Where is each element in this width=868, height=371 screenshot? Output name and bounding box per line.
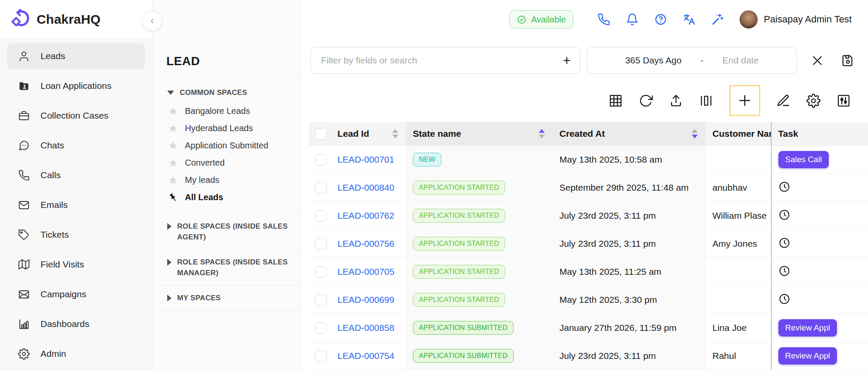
task-button[interactable]: Sales Call [778,151,829,168]
sidebar-item-field-visits[interactable]: Field Visits [7,252,145,277]
sidebar: ChakraHQ Leads Loan Applications Collect… [0,0,153,371]
created-at-cell: January 27th 2026, 11:59 pm [553,314,706,342]
created-at-cell: September 29th 2025, 11:48 am [553,174,706,202]
date-separator: - [700,55,703,66]
row-checkbox[interactable] [315,210,327,222]
task-cell [771,174,868,202]
clock-icon[interactable] [778,209,790,221]
space-item-hyderabad-leads[interactable]: Hyderabad Leads [153,119,300,137]
clock-icon[interactable] [778,293,790,305]
clock-icon[interactable] [778,181,790,193]
select-all-header [309,122,331,146]
created-at-cell: July 23rd 2025, 3:11 pm [553,230,706,258]
table-row: LEAD-000858 APPLICATION SUBMITTED Januar… [309,314,868,342]
space-item-all-leads[interactable]: All Leads [153,189,300,206]
sidebar-item-tickets[interactable]: Tickets [7,222,145,248]
lead-id-cell: LEAD-000705 [331,258,406,286]
user-menu[interactable]: Paisapay Admin Test [740,10,852,28]
section-role-spaces-manager[interactable]: ROLE SPACES (INSIDE SALES MANAGER) [153,250,300,286]
row-checkbox[interactable] [315,350,327,362]
availability-badge[interactable]: Available [509,10,573,28]
filter-row: + 365 Days Ago - End date [310,47,868,74]
column-header-customer-name[interactable]: Customer Name [706,122,771,146]
lead-id-link[interactable]: LEAD-000762 [337,211,394,220]
sort-icon[interactable] [392,129,398,138]
space-item-application-submitted[interactable]: Application Submitted [153,137,300,154]
space-item-bangalore-leads[interactable]: Bangalore Leads [153,102,300,119]
clear-filters-icon[interactable] [811,54,824,67]
space-item-my-leads[interactable]: My leads [153,171,300,189]
row-checkbox[interactable] [315,322,327,334]
clock-icon[interactable] [778,265,790,277]
row-select-cell [309,258,331,286]
sidebar-item-label: Calls [41,170,61,180]
date-end-placeholder[interactable]: End date [722,55,759,66]
avatar[interactable] [740,10,758,28]
translate-icon[interactable] [683,13,696,26]
space-item-converted[interactable]: Converted [153,154,300,171]
task-button[interactable]: Review Appl [778,347,837,365]
lead-id-link[interactable]: LEAD-000701 [337,154,394,164]
folder-user-icon [18,80,30,92]
lead-id-link[interactable]: LEAD-000705 [337,267,394,277]
sort-icon[interactable] [539,129,545,138]
edit-icon[interactable] [776,94,790,108]
date-start-value[interactable]: 365 Days Ago [625,55,682,66]
gear-icon[interactable] [806,94,821,108]
star-icon [168,175,178,185]
sort-icon[interactable] [692,129,698,138]
row-select-cell [309,174,331,202]
sidebar-item-loan-applications[interactable]: Loan Applications [7,73,145,99]
spaces-panel-header: LEAD [153,0,300,77]
row-checkbox[interactable] [315,266,327,278]
clock-icon[interactable] [778,237,790,249]
search-input[interactable] [320,55,563,66]
select-all-checkbox[interactable] [315,128,327,140]
filter-search-box[interactable]: + [310,47,581,74]
task-button[interactable]: Review Appl [778,319,837,336]
sidebar-item-emails[interactable]: Emails [7,192,145,218]
save-view-icon[interactable] [841,54,855,67]
date-range-picker[interactable]: 365 Days Ago - End date [587,47,797,74]
sidebar-item-campaigns[interactable]: Campaigns [7,281,145,307]
sidebar-item-admin[interactable]: Admin [7,341,145,367]
sliders-icon[interactable] [837,94,851,108]
sidebar-item-label: Admin [41,349,66,359]
bell-icon[interactable] [626,13,639,26]
column-header-state-name[interactable]: State name [406,122,553,146]
person-icon [18,50,30,62]
section-my-spaces[interactable]: MY SPACES [153,286,300,311]
magic-wand-icon[interactable] [711,13,724,26]
column-header-lead-id[interactable]: Lead Id [331,122,406,146]
section-role-spaces-agent[interactable]: ROLE SPACES (INSIDE SALES AGENT) [153,214,300,250]
lead-id-link[interactable]: LEAD-000699 [337,295,394,305]
state-badge: APPLICATION STARTED [413,293,505,307]
column-header-created-at[interactable]: Created At [553,122,706,146]
lead-id-link[interactable]: LEAD-000858 [337,323,394,333]
lead-id-link[interactable]: LEAD-000754 [337,351,394,361]
add-record-button[interactable] [729,85,760,116]
common-spaces-header[interactable]: COMMON SPACES [153,77,300,102]
spaces-panel: LEAD COMMON SPACES Bangalore Leads Hyder… [153,0,300,371]
sidebar-item-chats[interactable]: Chats [7,132,145,158]
help-icon[interactable] [654,13,667,26]
add-filter-icon[interactable]: + [563,54,571,67]
refresh-icon[interactable] [639,94,653,108]
row-checkbox[interactable] [315,238,327,250]
column-header-task[interactable]: Task [771,122,868,146]
sidebar-item-calls[interactable]: Calls [7,162,145,188]
sidebar-item-collection-cases[interactable]: Collection Cases [7,103,145,129]
task-cell [771,258,868,286]
phone-icon[interactable] [597,13,610,26]
row-checkbox[interactable] [315,154,327,166]
row-checkbox[interactable] [315,294,327,306]
columns-icon[interactable] [699,94,713,108]
lead-id-link[interactable]: LEAD-000756 [337,239,394,248]
sidebar-collapse-button[interactable] [143,12,162,31]
sidebar-item-leads[interactable]: Leads [7,43,145,69]
lead-id-link[interactable]: LEAD-000840 [337,182,394,192]
sidebar-item-dashboards[interactable]: Dashboards [7,311,145,337]
table-grid-icon[interactable] [609,94,623,108]
row-checkbox[interactable] [315,182,327,194]
export-icon[interactable] [669,94,683,108]
